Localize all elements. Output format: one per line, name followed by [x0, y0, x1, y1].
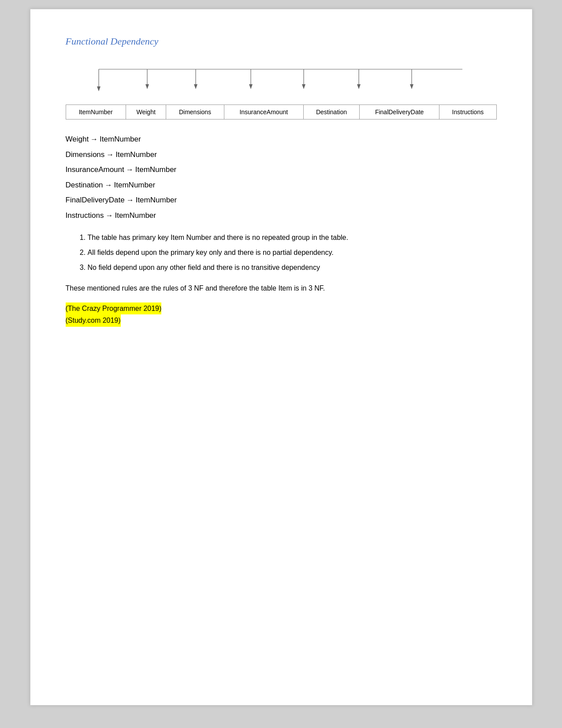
arrow-5: →	[127, 194, 134, 207]
col-weight: Weight	[126, 105, 166, 119]
svg-marker-12	[410, 84, 413, 89]
fd-from-2: Dimensions	[66, 148, 105, 162]
fd-from-5: FinalDeliveryDate	[66, 194, 125, 207]
col-dimensions: Dimensions	[166, 105, 224, 119]
fd-to-6: ItemNumber	[115, 209, 156, 223]
fd-to-1: ItemNumber	[100, 133, 141, 146]
page-title: Functional Dependency	[66, 36, 497, 47]
list-item-1: The table has primary key Item Number an…	[88, 231, 497, 245]
arrow-6: →	[105, 209, 113, 223]
svg-marker-8	[302, 84, 305, 89]
fd-to-3: ItemNumber	[135, 163, 177, 177]
fd-item-4: Destination → ItemNumber	[66, 179, 497, 192]
list-item-2: All fields depend upon the primary key o…	[88, 246, 497, 260]
arrow-4: →	[105, 179, 112, 192]
fd-item-2: Dimensions → ItemNumber	[66, 148, 497, 162]
svg-marker-6	[249, 84, 253, 89]
arrow-3: →	[126, 163, 134, 177]
col-finaldeliverydate: FinalDeliveryDate	[360, 105, 439, 119]
fd-item-6: Instructions → ItemNumber	[66, 209, 497, 223]
fd-item-1: Weight → ItemNumber	[66, 133, 497, 146]
col-destination: Destination	[303, 105, 359, 119]
col-insuranceamount: InsuranceAmount	[224, 105, 303, 119]
col-itemnumber: ItemNumber	[66, 105, 126, 119]
fd-to-4: ItemNumber	[114, 179, 156, 192]
citation-text-1: (The Crazy Programmer 2019)	[66, 302, 162, 314]
field-table: ItemNumber Weight Dimensions InsuranceAm…	[66, 105, 497, 119]
citations: (The Crazy Programmer 2019) (Study.com 2…	[66, 302, 497, 326]
summary-text: These mentioned rules are the rules of 3…	[66, 283, 497, 294]
citation-text-2: (Study.com 2019)	[66, 314, 121, 326]
citation-line-1: (The Crazy Programmer 2019)	[66, 302, 497, 314]
numbered-list: The table has primary key Item Number an…	[88, 231, 497, 275]
fd-list: Weight → ItemNumber Dimensions → ItemNum…	[66, 133, 497, 223]
svg-marker-14	[97, 86, 100, 91]
dependency-diagram	[66, 65, 497, 105]
svg-marker-2	[145, 84, 149, 89]
fd-from-4: Destination	[66, 179, 103, 192]
fd-to-5: ItemNumber	[136, 194, 177, 207]
list-item-3: No field depend upon any other field and…	[88, 261, 497, 275]
page: Functional Dependency	[30, 9, 532, 706]
arrow-2: →	[106, 148, 114, 162]
fd-from-3: InsuranceAmount	[66, 163, 124, 177]
table-row: ItemNumber Weight Dimensions InsuranceAm…	[66, 105, 496, 119]
svg-marker-10	[357, 84, 361, 89]
citation-line-2: (Study.com 2019)	[66, 314, 497, 326]
fd-item-3: InsuranceAmount → ItemNumber	[66, 163, 497, 177]
svg-marker-4	[194, 84, 197, 89]
diagram-container: ItemNumber Weight Dimensions InsuranceAm…	[66, 65, 497, 119]
col-instructions: Instructions	[439, 105, 496, 119]
arrow-1: →	[90, 133, 98, 146]
fd-item-5: FinalDeliveryDate → ItemNumber	[66, 194, 497, 207]
fd-from-6: Instructions	[66, 209, 104, 223]
fd-to-2: ItemNumber	[115, 148, 157, 162]
fd-from-1: Weight	[66, 133, 89, 146]
